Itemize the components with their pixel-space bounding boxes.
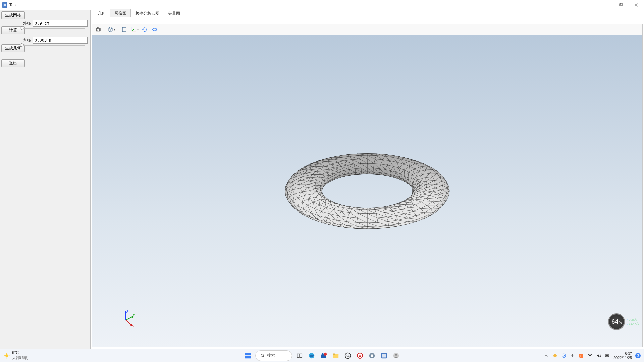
taskbar-search[interactable]: 搜索 — [255, 350, 292, 361]
svg-text:1: 1 — [325, 353, 326, 356]
svg-rect-1 — [4, 4, 6, 6]
tab-2[interactable]: 频率分析云图 — [131, 9, 164, 17]
right-area: 几何网格图频率分析云图矢量图 — [91, 10, 644, 349]
title-bar: Test — [0, 0, 644, 10]
viewport-toolbar — [92, 24, 643, 35]
svg-rect-9 — [97, 27, 99, 28]
svg-line-1377 — [263, 356, 264, 357]
svg-rect-1403 — [609, 355, 609, 356]
svg-rect-4 — [620, 3, 623, 5]
svg-rect-1372 — [245, 353, 248, 355]
system-tray: 中 S 8:37 2022/11/25 3 — [544, 352, 641, 360]
svg-rect-1374 — [245, 356, 248, 358]
tray-security-icon[interactable] — [561, 353, 567, 358]
svg-point-8 — [97, 29, 99, 31]
explorer-icon[interactable] — [331, 351, 340, 360]
weather-widget[interactable]: 6°C 大部晴朗 — [3, 350, 28, 361]
svg-point-1394 — [395, 354, 397, 356]
comsol-icon[interactable] — [379, 351, 389, 360]
store-icon[interactable]: 1 — [319, 351, 328, 360]
tray-sogou-icon[interactable]: S — [579, 353, 584, 358]
svg-rect-1404 — [606, 355, 608, 356]
torus-mesh — [273, 134, 461, 248]
tray-app1-icon[interactable] — [552, 353, 558, 358]
svg-rect-1373 — [248, 353, 251, 355]
inner-radius-slider[interactable] — [20, 44, 85, 46]
dell-icon[interactable]: DELL — [343, 351, 353, 360]
minimize-button[interactable] — [598, 0, 613, 10]
user-app-icon[interactable] — [391, 351, 401, 360]
screenshot-icon[interactable] — [94, 25, 103, 34]
tab-1[interactable]: 网格图 — [110, 9, 131, 17]
search-icon — [260, 353, 265, 358]
viewport-wrap: z y x 64 % 0.2K/ — [91, 17, 644, 349]
svg-line-13 — [132, 29, 135, 31]
task-view-button[interactable] — [295, 351, 304, 360]
axis-x-label: x — [133, 325, 135, 328]
tray-overflow-icon[interactable] — [544, 353, 549, 358]
taskbar-center: 搜索 1 DELL — [243, 350, 401, 361]
viewport-3d[interactable]: z y x 64 % 0.2K/ — [92, 35, 643, 347]
svg-point-15 — [152, 28, 157, 31]
cpu-percent-circle: 64 % — [608, 313, 625, 330]
orbit-icon[interactable] — [150, 25, 159, 34]
svg-marker-14 — [142, 29, 144, 30]
close-button[interactable] — [629, 0, 644, 10]
svg-marker-1366 — [130, 324, 133, 326]
tab-0[interactable]: 几何 — [93, 9, 110, 17]
svg-point-1367 — [5, 354, 8, 357]
svg-point-1399 — [590, 356, 590, 357]
tabs-row: 几何网格图频率分析云图矢量图 — [91, 10, 644, 17]
app-icon — [2, 2, 7, 8]
zoom-extent-icon[interactable] — [120, 25, 129, 34]
svg-line-1363 — [126, 317, 132, 320]
weather-icon — [3, 352, 10, 359]
app-body: 生成网格 计算 生成几何 退出 外径 内径 — [0, 10, 644, 349]
tab-3[interactable]: 矢量图 — [164, 9, 184, 17]
tray-battery-icon[interactable] — [605, 353, 610, 358]
svg-rect-1378 — [297, 354, 299, 357]
generate-mesh-button[interactable]: 生成网格 — [1, 11, 25, 19]
edge-icon[interactable] — [307, 351, 316, 360]
window-title: Test — [9, 3, 17, 7]
search-placeholder: 搜索 — [267, 353, 275, 358]
axis-y-label: y — [133, 313, 135, 316]
svg-text:S: S — [580, 354, 582, 358]
tray-volume-icon[interactable] — [596, 353, 601, 358]
axis-mode-icon[interactable] — [130, 25, 139, 34]
svg-line-1365 — [126, 320, 132, 325]
rotate-icon[interactable] — [140, 25, 149, 34]
clock-date: 2022/11/25 — [613, 356, 632, 360]
svg-rect-10 — [123, 28, 126, 32]
performance-widget[interactable]: 64 % 0.2K/s 11.4K/s — [608, 313, 639, 330]
svg-point-1390 — [371, 354, 373, 357]
tray-ime-icon[interactable]: 中 — [570, 353, 575, 358]
clock[interactable]: 8:37 2022/11/25 — [613, 352, 632, 360]
svg-marker-1362 — [125, 311, 127, 313]
svg-text:中: 中 — [571, 354, 574, 358]
window-controls — [598, 0, 644, 10]
svg-marker-1139 — [408, 221, 416, 224]
axis-z-label: z — [127, 309, 129, 313]
taskbar: 6°C 大部晴朗 搜索 1 DELL 中 S 8:37 2022/11/2 — [0, 349, 644, 362]
browser-icon[interactable] — [367, 351, 377, 360]
left-panel: 生成网格 计算 生成几何 退出 外径 内径 — [0, 10, 91, 349]
mcafee-icon[interactable] — [355, 351, 365, 360]
tray-wifi-icon[interactable] — [587, 353, 593, 358]
cpu-percent-suffix: % — [619, 321, 622, 325]
svg-marker-1364 — [131, 316, 134, 318]
inner-radius-input[interactable] — [33, 37, 88, 44]
exit-button[interactable]: 退出 — [1, 59, 25, 67]
svg-point-1376 — [261, 354, 263, 356]
svg-marker-1164 — [398, 224, 408, 226]
svg-rect-3 — [620, 4, 622, 6]
maximize-button[interactable] — [613, 0, 629, 10]
outer-radius-input[interactable] — [33, 20, 88, 27]
clock-time: 8:37 — [613, 352, 632, 356]
start-button[interactable] — [243, 351, 253, 360]
outer-radius-slider[interactable] — [20, 27, 85, 29]
download-speed: 11.4K/s — [626, 322, 639, 326]
notification-badge[interactable]: 3 — [635, 353, 641, 358]
svg-text:DELL: DELL — [345, 354, 351, 357]
transparency-icon[interactable] — [107, 25, 116, 34]
